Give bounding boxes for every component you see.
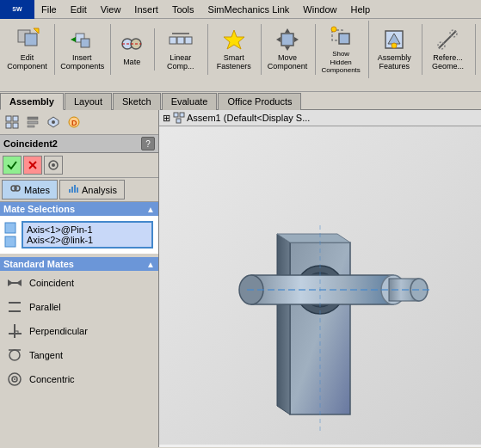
- pm-accept-button[interactable]: [3, 156, 22, 175]
- svg-rect-64: [174, 113, 178, 117]
- tab-office-products[interactable]: Office Products: [218, 93, 301, 110]
- edit-component-icon: [14, 26, 41, 53]
- svg-marker-2: [34, 28, 39, 34]
- svg-rect-31: [13, 123, 18, 128]
- mate-selections-collapse[interactable]: ▲: [146, 205, 155, 214]
- mate-perpendicular[interactable]: Perpendicular: [0, 319, 158, 343]
- selection-box[interactable]: Axis<1>@Pin-1 Axis<2>@link-1: [22, 221, 153, 249]
- reference-geom-label: Refere... Geome...: [428, 53, 468, 72]
- coincident-icon: [5, 273, 24, 292]
- svg-rect-46: [71, 187, 73, 193]
- svg-point-44: [15, 186, 20, 191]
- mate-tangent[interactable]: Tangent: [0, 343, 158, 367]
- mate-icon: [118, 30, 145, 58]
- mate-button[interactable]: Mate: [113, 28, 151, 69]
- mate-selections-title: Mate Selections: [3, 204, 75, 214]
- svg-marker-18: [294, 37, 299, 42]
- perpendicular-label: Perpendicular: [29, 326, 88, 336]
- config-manager-icon[interactable]: [44, 113, 63, 132]
- svg-marker-16: [285, 46, 290, 51]
- toolbar-group-linear: Linear Comp...: [157, 24, 208, 76]
- icon-row: D: [0, 110, 158, 135]
- standard-mates-title: Standard Mates: [3, 259, 74, 269]
- toolbar-group-insert: Insert Components: [57, 24, 111, 76]
- svg-marker-52: [8, 279, 13, 286]
- mate-concentric[interactable]: Concentric: [0, 367, 158, 391]
- svg-marker-17: [276, 37, 281, 42]
- tab-bar: Assembly Layout Sketch Evaluate Office P…: [0, 92, 481, 110]
- pm-cancel-button[interactable]: [23, 156, 42, 175]
- svg-rect-65: [180, 113, 184, 117]
- menu-window[interactable]: Window: [296, 3, 343, 16]
- linear-comp-button[interactable]: Linear Comp...: [157, 24, 204, 74]
- show-hidden-label: Show Hidden Components: [321, 50, 361, 75]
- svg-rect-30: [6, 123, 11, 128]
- show-hidden-button[interactable]: Show Hidden Components: [318, 21, 365, 77]
- pm-actions: [0, 153, 158, 178]
- toolbar-group-show-hidden: Show Hidden Components: [318, 21, 369, 78]
- menu-file[interactable]: File: [34, 3, 64, 16]
- pm-help-button[interactable]: ?: [141, 137, 155, 150]
- menu-simmechanics[interactable]: SimMechanics Link: [201, 3, 297, 16]
- tree-expand-icon[interactable]: ⊞: [163, 113, 170, 124]
- svg-marker-15: [285, 28, 290, 33]
- concentric-label: Concentric: [29, 374, 75, 384]
- menu-help[interactable]: Help: [343, 3, 377, 16]
- toolbar-group-fasteners: Smart Fasteners: [210, 24, 262, 76]
- viewport: ⊞ Assem1 (Default<Display S...: [159, 110, 481, 447]
- mate-coincident[interactable]: Coincident: [0, 271, 158, 295]
- sub-tabs: Mates Analysis: [0, 178, 158, 202]
- mate-parallel[interactable]: Parallel: [0, 295, 158, 319]
- menu-insert[interactable]: Insert: [127, 3, 165, 16]
- mates-tab-label: Mates: [24, 185, 50, 195]
- tree-item-label: Assem1 (Default<Display S...: [187, 113, 310, 123]
- toolbar-group-mate: Mate: [113, 28, 155, 71]
- svg-rect-49: [5, 223, 15, 233]
- svg-point-36: [52, 120, 55, 124]
- canvas-area[interactable]: [159, 126, 481, 445]
- standard-mates-collapse[interactable]: ▲: [146, 260, 155, 269]
- insert-components-button[interactable]: Insert Components: [57, 24, 107, 74]
- analysis-tab-label: Analysis: [82, 185, 117, 195]
- smart-fasteners-label: Smart Fasteners: [213, 53, 254, 72]
- perpendicular-icon: [5, 322, 24, 341]
- svg-rect-11: [185, 37, 192, 44]
- edit-component-button[interactable]: Edit Component: [3, 24, 51, 74]
- svg-rect-66: [176, 119, 181, 123]
- move-component-label: Move Component: [267, 53, 307, 72]
- sub-tab-mates[interactable]: Mates: [2, 180, 58, 199]
- tab-layout[interactable]: Layout: [65, 93, 112, 110]
- tangent-label: Tangent: [29, 350, 63, 360]
- property-manager-icon[interactable]: [23, 113, 42, 132]
- tab-assembly[interactable]: Assembly: [0, 93, 64, 110]
- sub-tab-analysis[interactable]: Analysis: [59, 180, 125, 199]
- svg-rect-50: [5, 236, 15, 247]
- assembly-features-button[interactable]: Assembly Features: [371, 24, 418, 74]
- mate-selections-content: Axis<1>@Pin-1 Axis<2>@link-1: [0, 216, 158, 254]
- svg-rect-9: [170, 37, 176, 44]
- tab-evaluate[interactable]: Evaluate: [162, 93, 218, 110]
- svg-rect-33: [28, 121, 38, 124]
- menu-tools[interactable]: Tools: [165, 3, 201, 16]
- pm-preview-button[interactable]: [44, 156, 63, 175]
- menu-edit[interactable]: Edit: [64, 3, 94, 16]
- toolbar-row: Edit Component Insert Components: [3, 21, 478, 78]
- left-panel: D Coincident2 ?: [0, 110, 159, 447]
- svg-rect-34: [28, 126, 34, 127]
- feature-manager-icon[interactable]: [3, 113, 22, 132]
- reference-geom-button[interactable]: Refere... Geome...: [424, 24, 472, 74]
- tab-sketch[interactable]: Sketch: [113, 93, 161, 110]
- svg-rect-45: [69, 189, 71, 193]
- viewport-header: ⊞ Assem1 (Default<Display S...: [159, 110, 481, 126]
- dim-xpert-icon[interactable]: D: [65, 113, 83, 132]
- show-hidden-icon: [327, 22, 355, 50]
- svg-marker-68: [277, 234, 290, 414]
- move-component-button[interactable]: Move Component: [263, 24, 311, 74]
- concentric-icon: [5, 370, 24, 389]
- insert-components-icon: [68, 26, 96, 53]
- app-logo: SW: [0, 0, 34, 19]
- selection-item-2: Axis<2>@link-1: [27, 235, 148, 245]
- menu-view[interactable]: View: [94, 3, 128, 16]
- svg-rect-1: [25, 34, 37, 46]
- smart-fasteners-button[interactable]: Smart Fasteners: [210, 24, 257, 74]
